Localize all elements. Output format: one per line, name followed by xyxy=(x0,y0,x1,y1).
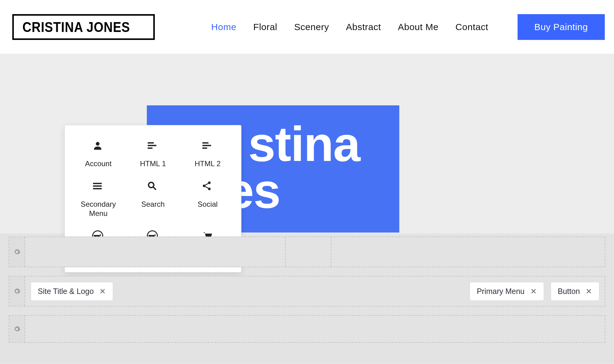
nav-item-contact[interactable]: Contact xyxy=(456,22,488,32)
svg-rect-1 xyxy=(148,142,154,143)
svg-rect-6 xyxy=(202,147,207,149)
gear-icon xyxy=(13,248,21,256)
row-main-right-group: Primary Menu Button xyxy=(470,282,599,301)
site-header: CRISTINA JONES Home Floral Scenery Abstr… xyxy=(0,0,614,54)
chip-primary-menu[interactable]: Primary Menu xyxy=(470,282,544,301)
popup-item-social[interactable]: Social xyxy=(180,181,235,218)
header-builder-area: Site Title & Logo Primary Menu Button xyxy=(0,233,614,364)
popup-item-label: Secondary Menu xyxy=(71,200,126,218)
nav-item-floral[interactable]: Floral xyxy=(253,22,277,32)
builder-row-top[interactable] xyxy=(9,237,605,267)
share-icon xyxy=(201,181,214,193)
popup-item-html2[interactable]: HTML 2 xyxy=(180,140,235,168)
builder-row-main[interactable]: Site Title & Logo Primary Menu Button xyxy=(9,276,605,307)
nav-item-scenery[interactable]: Scenery xyxy=(294,22,329,32)
row-main-content[interactable]: Site Title & Logo Primary Menu Button xyxy=(25,276,605,306)
row-settings-button[interactable] xyxy=(9,276,25,306)
html-icon xyxy=(147,140,159,152)
popup-item-secondary-menu[interactable]: Secondary Menu xyxy=(71,181,126,218)
svg-point-14 xyxy=(208,188,211,190)
chip-button[interactable]: Button xyxy=(551,282,599,301)
chip-label: Button xyxy=(558,287,580,296)
hero-area: stina es Account HTML 1 HTML 2 Sec xyxy=(0,54,614,233)
menu-icon xyxy=(92,181,104,193)
gear-icon xyxy=(13,288,21,295)
popup-item-label: Social xyxy=(197,200,217,209)
close-icon[interactable] xyxy=(585,288,592,295)
nav-item-home[interactable]: Home xyxy=(211,22,237,32)
chip-site-title-logo[interactable]: Site Title & Logo xyxy=(31,282,113,301)
html-icon xyxy=(201,140,214,152)
search-icon xyxy=(147,181,159,193)
hero-text-line1: stina xyxy=(248,121,399,167)
popup-item-label: Account xyxy=(85,159,112,168)
close-icon[interactable] xyxy=(530,288,537,295)
svg-rect-2 xyxy=(148,145,156,146)
row-settings-button[interactable] xyxy=(9,316,25,342)
svg-rect-3 xyxy=(148,147,153,149)
close-icon[interactable] xyxy=(99,288,106,295)
popup-item-label: HTML 1 xyxy=(140,159,166,168)
chip-label: Site Title & Logo xyxy=(38,287,94,296)
popup-item-label: Search xyxy=(141,200,165,209)
site-logo[interactable]: CRISTINA JONES xyxy=(12,14,155,40)
svg-point-0 xyxy=(96,142,100,146)
svg-point-12 xyxy=(203,185,205,187)
svg-point-13 xyxy=(208,182,211,184)
nav-item-about[interactable]: About Me xyxy=(398,22,438,32)
svg-line-11 xyxy=(153,187,156,190)
user-icon xyxy=(92,140,104,152)
buy-painting-button[interactable]: Buy Painting xyxy=(518,14,605,40)
row-slot-left[interactable] xyxy=(25,237,605,267)
nav-item-abstract[interactable]: Abstract xyxy=(346,22,381,32)
popup-item-account[interactable]: Account xyxy=(71,140,126,168)
row-settings-button[interactable] xyxy=(9,237,25,267)
popup-item-label: HTML 2 xyxy=(195,159,221,168)
gear-icon xyxy=(13,325,21,333)
svg-point-10 xyxy=(149,182,154,188)
builder-row-bottom[interactable] xyxy=(9,315,605,343)
svg-rect-7 xyxy=(93,183,102,184)
chip-label: Primary Menu xyxy=(477,287,525,296)
svg-rect-8 xyxy=(93,186,102,187)
svg-rect-4 xyxy=(202,142,209,143)
site-logo-text: CRISTINA JONES xyxy=(22,19,130,35)
primary-nav: Home Floral Scenery Abstract About Me Co… xyxy=(211,14,605,40)
popup-item-search[interactable]: Search xyxy=(126,181,180,218)
hero-text-line2: es xyxy=(227,167,399,214)
svg-rect-5 xyxy=(202,145,211,146)
row-bottom-content[interactable] xyxy=(25,316,605,342)
svg-rect-9 xyxy=(93,188,102,189)
popup-item-html1[interactable]: HTML 1 xyxy=(126,140,180,168)
